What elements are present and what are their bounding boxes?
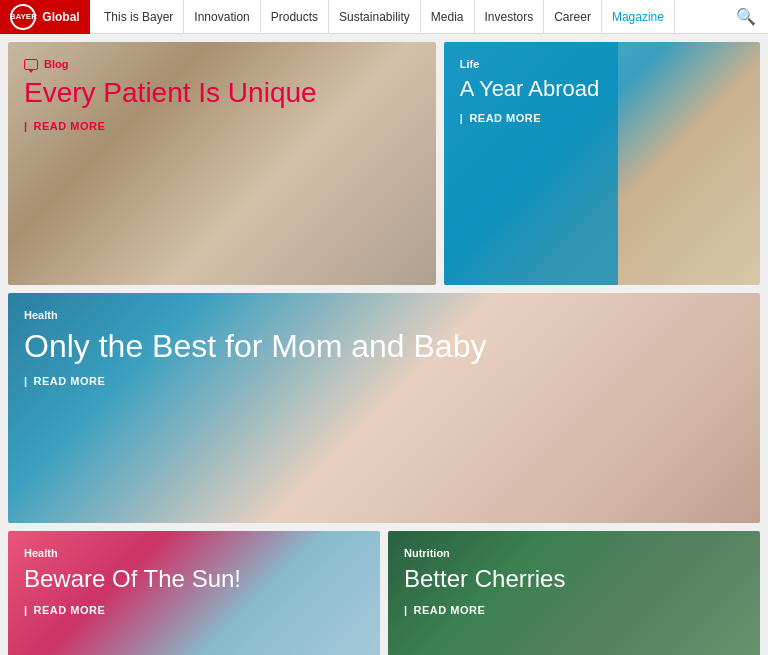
blog-tag: Blog — [24, 58, 420, 70]
nav-item-career[interactable]: Career — [544, 0, 602, 33]
abroad-card[interactable]: Life A Year Abroad READ MORE — [444, 42, 760, 285]
baby-title: Only the Best for Mom and Baby — [24, 327, 744, 365]
nav-items: This is Bayer Innovation Products Sustai… — [90, 0, 679, 33]
cherries-tag: Nutrition — [404, 547, 744, 559]
abroad-card-content: Life A Year Abroad READ MORE — [444, 42, 760, 140]
baby-card-content: Health Only the Best for Mom and Baby RE… — [8, 293, 760, 403]
cherries-card[interactable]: Nutrition Better Cherries READ MORE — [388, 531, 760, 655]
row-1: Blog Every Patient Is Unique READ MORE L… — [8, 42, 760, 285]
cherries-card-content: Nutrition Better Cherries READ MORE — [388, 531, 760, 632]
logo-text: BAYER — [10, 12, 37, 21]
abroad-tag: Life — [460, 58, 744, 70]
abroad-title: A Year Abroad — [460, 76, 744, 102]
global-label: Global — [42, 10, 79, 24]
sun-card[interactable]: Health Beware Of The Sun! READ MORE — [8, 531, 380, 655]
abroad-read-more[interactable]: READ MORE — [460, 112, 744, 124]
sun-card-content: Health Beware Of The Sun! READ MORE — [8, 531, 380, 632]
baby-tag: Health — [24, 309, 744, 321]
row-2: Health Only the Best for Mom and Baby RE… — [8, 293, 760, 523]
blog-card[interactable]: Blog Every Patient Is Unique READ MORE — [8, 42, 436, 285]
nav-item-innovation[interactable]: Innovation — [184, 0, 260, 33]
blog-icon — [24, 59, 38, 70]
sun-read-more[interactable]: READ MORE — [24, 604, 364, 616]
nav-item-magazine[interactable]: Magazine — [602, 0, 675, 33]
baby-card[interactable]: Health Only the Best for Mom and Baby RE… — [8, 293, 760, 523]
blog-read-more[interactable]: READ MORE — [24, 120, 420, 132]
blog-title: Every Patient Is Unique — [24, 76, 420, 110]
search-button[interactable]: 🔍 — [724, 7, 768, 26]
nav-item-investors[interactable]: Investors — [475, 0, 545, 33]
main-navigation: BAYER Global This is Bayer Innovation Pr… — [0, 0, 768, 34]
cherries-read-more[interactable]: READ MORE — [404, 604, 744, 616]
row-3: Health Beware Of The Sun! READ MORE Nutr… — [8, 531, 760, 655]
nav-item-products[interactable]: Products — [261, 0, 329, 33]
cherries-title: Better Cherries — [404, 565, 744, 594]
logo-circle: BAYER — [10, 4, 36, 30]
nav-item-this-is-bayer[interactable]: This is Bayer — [94, 0, 184, 33]
nav-item-sustainability[interactable]: Sustainability — [329, 0, 421, 33]
baby-read-more[interactable]: READ MORE — [24, 375, 744, 387]
sun-tag: Health — [24, 547, 364, 559]
bayer-logo[interactable]: BAYER Global — [0, 0, 90, 34]
main-content: Blog Every Patient Is Unique READ MORE L… — [0, 34, 768, 655]
nav-item-media[interactable]: Media — [421, 0, 475, 33]
blog-card-content: Blog Every Patient Is Unique READ MORE — [8, 42, 436, 148]
sun-title: Beware Of The Sun! — [24, 565, 364, 594]
